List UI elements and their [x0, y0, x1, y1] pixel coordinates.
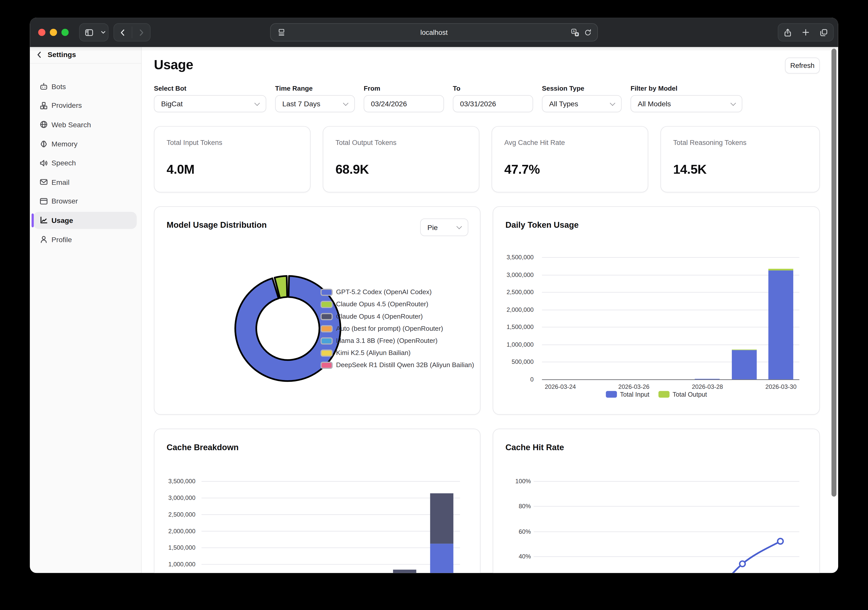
legend-swatch	[606, 391, 617, 398]
sidebar-panel-icon	[84, 28, 93, 37]
back-button[interactable]	[114, 24, 132, 41]
plus-icon	[801, 28, 810, 37]
y-tick-label: 1,000,000	[154, 561, 195, 567]
memory-icon-wrap	[39, 139, 48, 148]
providers-icon-wrap	[39, 101, 48, 110]
sidebar-item-browser[interactable]: Browser	[30, 192, 141, 211]
toolbar-right-group	[778, 23, 834, 42]
zoom-window-button[interactable]	[61, 29, 68, 36]
share-button[interactable]	[780, 24, 796, 41]
legend-label: Claude Opus 4 (OpenRouter)	[336, 313, 423, 320]
chart-title: Model Usage Distribution	[167, 220, 267, 229]
sidebar-item-label: Web Search	[51, 121, 91, 129]
profile-icon-wrap	[39, 235, 48, 244]
pie-legend-item-3[interactable]: Auto (best for prompt) (OpenRouter)	[321, 325, 443, 333]
browser-icon	[39, 197, 48, 206]
sidebar-item-memory[interactable]: Memory	[30, 134, 141, 153]
forward-button[interactable]	[132, 24, 150, 41]
sidebar-item-profile[interactable]: Profile	[30, 230, 141, 249]
chevron-down-icon	[456, 224, 462, 229]
pie-legend-item-6[interactable]: DeepSeek R1 Distill Qwen 32B (Aliyun Bai…	[321, 361, 474, 369]
stat-label: Total Input Tokens	[167, 139, 222, 147]
y-tick-label: 1,000,000	[493, 341, 533, 348]
pie-legend-item-1[interactable]: Claude Opus 4.5 (OpenRouter)	[321, 300, 428, 308]
gridline	[533, 556, 799, 557]
email-icon-wrap	[39, 178, 48, 187]
stat-card-total-output-tokens: Total Output Tokens68.9K	[323, 126, 479, 192]
address-bar[interactable]: localhost A ✱	[270, 23, 598, 42]
close-window-button[interactable]	[38, 29, 45, 36]
model-usage-card: Model Usage DistributionPieGPT-5.2 Codex…	[154, 206, 480, 415]
gridline	[542, 257, 799, 258]
filter-value: BigCat	[161, 99, 183, 108]
sidebar-item-speech[interactable]: Speech	[30, 153, 141, 173]
cache-hit-rate-card: Cache Hit Rate100%80%60%40%20%0%	[493, 429, 820, 573]
pie-legend-item-0[interactable]: GPT-5.2 Codex (OpenAI Codex)	[321, 288, 432, 296]
sidebar-item-label: Memory	[51, 139, 78, 148]
x-tick-label: 2026-03-24	[538, 383, 582, 390]
sidebar-header[interactable]: Settings	[30, 47, 141, 63]
sidebar-item-web-search[interactable]: Web Search	[30, 115, 141, 134]
translate-button[interactable]: A ✱	[568, 24, 582, 41]
chart-legend: Total InputTotal Output	[606, 391, 707, 398]
legend-label: Claude Opus 4.5 (OpenRouter)	[336, 300, 428, 308]
legend-label: Total Input	[620, 391, 649, 398]
chart-type-dropdown[interactable]: Pie	[420, 218, 468, 236]
reload-button[interactable]	[581, 24, 595, 41]
line-path	[705, 541, 781, 573]
filter-label: Session Type	[542, 85, 622, 93]
tab-overview-icon	[819, 28, 828, 37]
legend-swatch	[658, 391, 670, 398]
legend-item-total-input[interactable]: Total Input	[606, 391, 649, 398]
usage-icon-wrap	[39, 216, 48, 225]
time-range-dropdown[interactable]: Last 7 Days	[275, 95, 355, 112]
select-bot-dropdown[interactable]: BigCat	[154, 95, 266, 112]
tab-overview-button[interactable]	[815, 24, 832, 41]
daily-token-usage-card: Daily Token Usage3,500,0003,000,0002,500…	[493, 206, 820, 415]
new-tab-button[interactable]	[798, 24, 814, 41]
from-input[interactable]: 03/24/2026	[364, 95, 444, 112]
sidebar-chevron-button[interactable]	[98, 24, 108, 41]
pie-legend-item-5[interactable]: Kimi K2.5 (Aliyun Bailian)	[321, 349, 411, 357]
y-tick-label: 3,500,000	[493, 254, 533, 260]
y-tick-label: 2,000,000	[493, 306, 533, 313]
stat-label: Total Reasoning Tokens	[673, 139, 747, 147]
pie-legend-item-4[interactable]: Llama 3.1 8B (Free) (OpenRouter)	[321, 337, 437, 345]
speech-icon	[39, 159, 48, 167]
filter-time-range: Time RangeLast 7 Days	[275, 85, 355, 112]
sidebar-item-bots[interactable]: Bots	[30, 77, 141, 96]
active-item-pill	[33, 212, 137, 229]
sidebar-item-usage[interactable]: Usage	[30, 211, 141, 230]
stat-value: 47.7%	[504, 162, 540, 177]
session-type-dropdown[interactable]: All Types	[542, 95, 622, 112]
stat-label: Avg Cache Hit Rate	[504, 139, 565, 147]
to-input[interactable]: 03/31/2026	[453, 95, 533, 112]
bots-icon-wrap	[39, 82, 48, 91]
y-tick-label: 40%	[493, 553, 531, 559]
legend-label: Kimi K2.5 (Aliyun Bailian)	[336, 349, 411, 357]
active-accent-bar	[32, 213, 34, 227]
nav-buttons-group	[113, 23, 150, 42]
chevron-left-icon[interactable]	[36, 51, 42, 59]
legend-item-total-output[interactable]: Total Output	[658, 391, 707, 398]
scrollbar-thumb[interactable]	[831, 49, 836, 497]
legend-swatch	[321, 337, 333, 344]
sidebar-item-providers[interactable]: Providers	[30, 96, 141, 115]
filter-label: Select Bot	[154, 85, 266, 93]
sidebar-toggle-button[interactable]	[80, 24, 98, 41]
minimize-window-button[interactable]	[50, 29, 57, 36]
x-tick-label: 2026-03-28	[685, 383, 730, 390]
filter-by-model-dropdown[interactable]: All Models	[631, 95, 742, 112]
chevron-left-icon	[119, 28, 127, 36]
stat-value: 68.9K	[335, 162, 369, 177]
chart-title: Cache Hit Rate	[505, 442, 564, 452]
chevron-down-icon	[610, 100, 615, 106]
web-search-icon	[39, 120, 48, 129]
stat-card-total-input-tokens: Total Input Tokens4.0M	[154, 126, 310, 192]
web-search-icon-wrap	[39, 120, 48, 129]
gridline	[202, 498, 460, 498]
gridline	[533, 531, 799, 532]
refresh-button[interactable]: Refresh	[785, 57, 820, 74]
pie-legend-item-2[interactable]: Claude Opus 4 (OpenRouter)	[321, 313, 423, 320]
sidebar-item-email[interactable]: Email	[30, 172, 141, 192]
